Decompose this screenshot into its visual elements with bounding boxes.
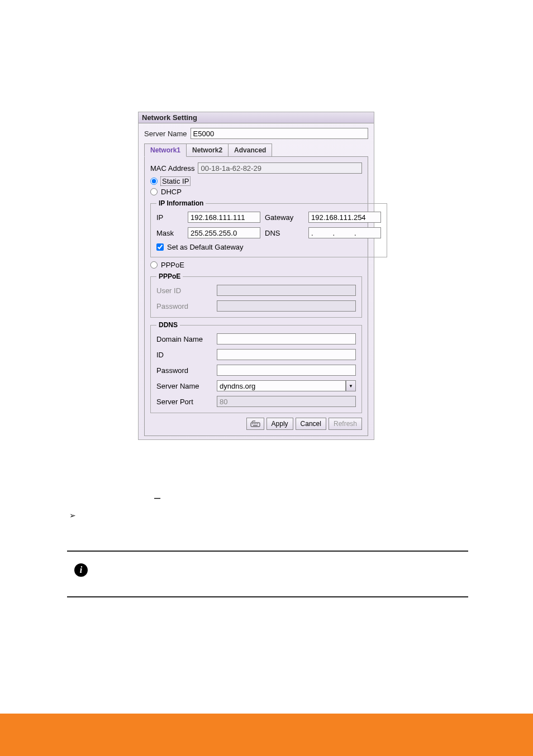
- dns-input[interactable]: [308, 227, 381, 238]
- ddns-password-label: Password: [156, 366, 212, 375]
- mask-label: Mask: [156, 229, 183, 237]
- radio-static-ip-label: Static IP: [161, 177, 190, 185]
- pppoe-password-input: [217, 300, 356, 312]
- tab-network2[interactable]: Network2: [186, 143, 229, 157]
- radio-static-ip-row[interactable]: Static IP: [150, 177, 362, 185]
- radio-dhcp[interactable]: [150, 188, 158, 195]
- ddns-id-label: ID: [156, 351, 212, 359]
- footer-bar: [0, 714, 533, 756]
- ddns-server-port-label: Server Port: [156, 398, 212, 406]
- pppoe-user-id-input: [217, 285, 356, 296]
- mac-address-label: MAC Address: [150, 164, 194, 173]
- window-content: Server Name Network1 Network2 Advanced M…: [139, 123, 374, 439]
- mask-input[interactable]: [188, 227, 260, 238]
- pppoe-password-label: Password: [156, 302, 212, 310]
- apply-button[interactable]: Apply: [266, 418, 293, 430]
- radio-pppoe[interactable]: [150, 261, 158, 269]
- ddns-legend: DDNS: [156, 321, 180, 329]
- ip-information-fieldset: IP Information IP Gateway Mask DNS Set a…: [150, 199, 387, 257]
- ip-grid: IP Gateway Mask DNS: [156, 212, 381, 238]
- button-row: Apply Cancel Refresh: [150, 418, 362, 430]
- tab-advanced[interactable]: Advanced: [228, 143, 272, 157]
- info-section: [67, 551, 468, 597]
- radio-dhcp-label: DHCP: [161, 188, 182, 196]
- radio-dhcp-row[interactable]: DHCP: [150, 188, 362, 196]
- server-name-input[interactable]: [191, 128, 368, 139]
- ddns-grid: Domain Name ID Password Server Name ▼ Se…: [156, 333, 356, 407]
- mac-row: MAC Address: [150, 162, 362, 174]
- radio-pppoe-row[interactable]: PPPoE: [150, 261, 362, 269]
- dns-label: DNS: [265, 229, 304, 237]
- ddns-fieldset: DDNS Domain Name ID Password Server Name…: [150, 321, 362, 413]
- keyboard-icon: [250, 420, 260, 427]
- pppoe-grid: User ID Password: [156, 285, 356, 312]
- radio-static-ip[interactable]: [150, 178, 158, 185]
- default-gateway-label: Set as Default Gateway: [167, 243, 244, 251]
- chevron-down-icon[interactable]: ▼: [346, 380, 356, 391]
- ip-information-legend: IP Information: [156, 199, 206, 207]
- network-setting-window: Network Setting Server Name Network1 Net…: [138, 112, 374, 440]
- pppoe-user-id-label: User ID: [156, 286, 212, 295]
- arrow-bullet-icon: ➢: [69, 511, 76, 520]
- dash-text: –: [154, 491, 160, 504]
- gateway-input[interactable]: [308, 212, 381, 223]
- radio-pppoe-label: PPPoE: [161, 261, 184, 269]
- ddns-domain-name-label: Domain Name: [156, 335, 212, 343]
- pppoe-fieldset: PPPoE User ID Password: [150, 272, 362, 318]
- ip-label: IP: [156, 213, 183, 222]
- cancel-button[interactable]: Cancel: [296, 418, 326, 430]
- pppoe-legend: PPPoE: [156, 272, 183, 280]
- info-icon: i: [74, 563, 88, 577]
- ddns-server-name-select[interactable]: ▼: [217, 380, 356, 391]
- tab-network1[interactable]: Network1: [144, 143, 187, 157]
- refresh-button: Refresh: [329, 418, 362, 430]
- mac-address-input: [198, 162, 362, 174]
- tab-panel-network1: MAC Address Static IP DHCP IP Informatio…: [144, 156, 368, 436]
- server-name-row: Server Name: [144, 128, 368, 139]
- ddns-id-input[interactable]: [217, 349, 356, 360]
- window-title: Network Setting: [139, 112, 374, 123]
- ddns-server-port-input: [217, 396, 356, 407]
- default-gateway-checkbox[interactable]: [156, 243, 164, 251]
- default-gateway-row[interactable]: Set as Default Gateway: [156, 243, 381, 251]
- keyboard-button[interactable]: [246, 418, 264, 430]
- server-name-label: Server Name: [144, 130, 187, 138]
- ip-input[interactable]: [188, 212, 260, 223]
- ddns-domain-name-input[interactable]: [217, 333, 356, 344]
- ddns-password-input[interactable]: [217, 365, 356, 376]
- gateway-label: Gateway: [265, 213, 304, 222]
- ddns-server-name-value[interactable]: [217, 380, 346, 391]
- divider-bottom: [67, 596, 468, 597]
- tabs: Network1 Network2 Advanced: [144, 143, 368, 157]
- svg-rect-0: [251, 423, 260, 427]
- ddns-server-name-label: Server Name: [156, 382, 212, 390]
